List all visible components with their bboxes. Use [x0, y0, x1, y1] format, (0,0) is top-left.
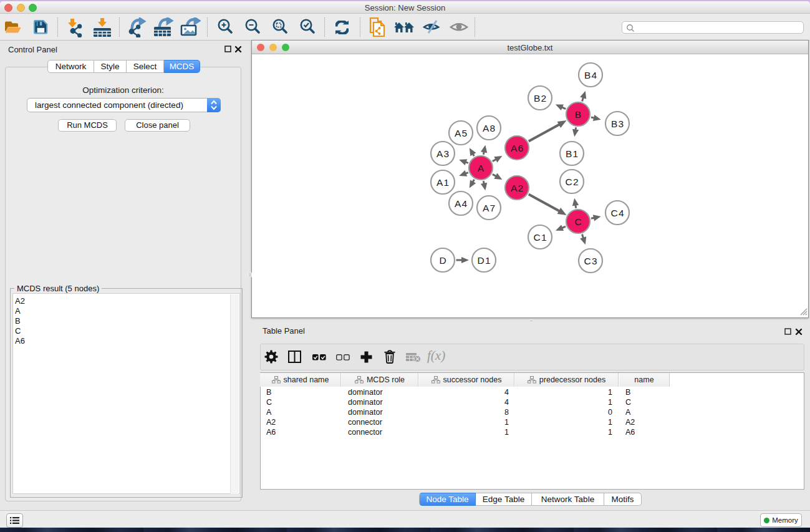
svg-text:A2: A2: [511, 183, 524, 193]
svg-text:A8: A8: [483, 123, 496, 133]
svg-text:C2: C2: [565, 177, 579, 187]
svg-text:A7: A7: [483, 203, 496, 213]
svg-text:D: D: [439, 255, 446, 266]
svg-text:C3: C3: [584, 256, 597, 266]
svg-text:A1: A1: [436, 177, 450, 188]
svg-text:B1: B1: [566, 148, 579, 159]
svg-text:A3: A3: [436, 148, 450, 159]
svg-text:A: A: [478, 163, 485, 173]
svg-text:A6: A6: [511, 143, 524, 153]
svg-text:A4: A4: [455, 198, 468, 209]
svg-text:A5: A5: [455, 128, 468, 138]
svg-text:B3: B3: [611, 118, 624, 129]
svg-text:C: C: [574, 216, 581, 227]
svg-text:B4: B4: [584, 70, 597, 80]
svg-text:D1: D1: [477, 255, 491, 266]
svg-text:B: B: [575, 109, 581, 120]
svg-text:B2: B2: [534, 93, 547, 104]
svg-text:C4: C4: [610, 208, 624, 218]
svg-text:C1: C1: [533, 232, 547, 243]
